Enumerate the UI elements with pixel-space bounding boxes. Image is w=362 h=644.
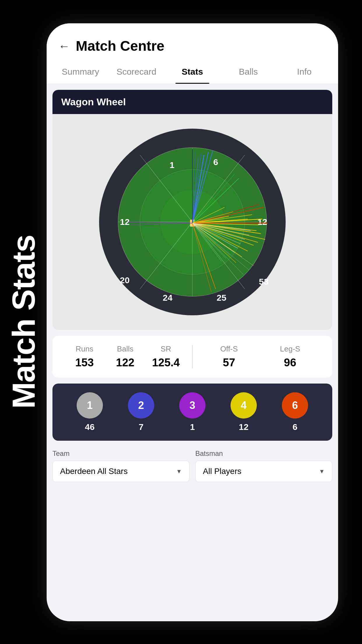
phone-frame: ← Match Centre Summary Scorecard Stats B… (47, 23, 338, 621)
stat-sr-value: 125.4 (145, 356, 186, 369)
batsman-dropdown-label: Batsman (195, 449, 332, 458)
run-balls-card: 1 46 2 7 3 1 4 12 (52, 384, 332, 441)
svg-text:25: 25 (217, 293, 226, 302)
stat-balls: Balls 122 (105, 344, 146, 369)
ball-2-circle: 2 (128, 392, 154, 419)
stat-leg-s-value: 96 (260, 356, 321, 369)
svg-text:53: 53 (259, 277, 268, 286)
wagon-wheel-card: Wagon Wheel (52, 90, 332, 330)
stat-off-s-value: 57 (198, 356, 260, 369)
svg-text:24: 24 (163, 293, 173, 302)
ball-2-count: 7 (139, 422, 144, 432)
wagon-wheel-svg: 1 6 12 12 20 53 24 25 (90, 120, 294, 324)
stats-divider (192, 345, 193, 368)
batsman-dropdown-group: Batsman All Players ▼ (195, 449, 332, 482)
stat-sr-label: SR (145, 344, 186, 354)
run-ball-2: 2 7 (128, 392, 154, 432)
stat-runs-value: 153 (64, 356, 105, 369)
stat-sr: SR 125.4 (145, 344, 186, 369)
stat-off-s: Off-S 57 (198, 344, 260, 369)
ball-3-count: 1 (190, 422, 195, 432)
ball-4-label: 4 (241, 399, 247, 412)
batsman-dropdown[interactable]: All Players ▼ (195, 461, 332, 482)
tab-bar: Summary Scorecard Stats Balls Info (47, 60, 338, 84)
run-ball-6: 6 6 (282, 392, 308, 432)
tab-info[interactable]: Info (276, 60, 332, 84)
back-button[interactable]: ← (58, 40, 70, 52)
ball-1-count: 46 (85, 422, 94, 432)
run-ball-1: 1 46 (77, 392, 103, 432)
tab-summary[interactable]: Summary (52, 60, 108, 84)
ball-3-circle: 3 (179, 392, 205, 419)
team-dropdown[interactable]: Aberdeen All Stars ▼ (52, 461, 189, 482)
stat-runs-label: Runs (64, 344, 105, 354)
stat-leg-s: Leg-S 96 (260, 344, 321, 369)
run-ball-3: 3 1 (179, 392, 205, 432)
ball-6-label: 6 (292, 399, 298, 412)
page-title: Match Centre (76, 38, 164, 54)
team-dropdown-value: Aberdeen All Stars (60, 467, 128, 476)
main-content: Wagon Wheel (47, 84, 338, 621)
stats-right-group: Off-S 57 Leg-S 96 (198, 344, 321, 369)
run-ball-4: 4 12 (231, 392, 257, 432)
stats-left-group: Runs 153 Balls 122 SR 125.4 (64, 344, 186, 369)
side-label-text: Match Stats (5, 235, 42, 409)
svg-text:1: 1 (170, 160, 175, 170)
ball-4-circle: 4 (231, 392, 257, 419)
svg-text:12: 12 (257, 217, 267, 227)
team-dropdown-group: Team Aberdeen All Stars ▼ (52, 449, 189, 482)
svg-text:12: 12 (120, 217, 129, 227)
ball-2-label: 2 (138, 399, 144, 412)
wagon-wheel-body: 1 6 12 12 20 53 24 25 (52, 114, 332, 330)
ball-6-count: 6 (293, 422, 298, 432)
ball-3-label: 3 (189, 399, 195, 412)
team-dropdown-label: Team (52, 449, 189, 458)
ball-1-circle: 1 (77, 392, 103, 419)
stat-off-s-label: Off-S (198, 344, 260, 354)
wagon-wheel-title: Wagon Wheel (61, 96, 126, 107)
stat-leg-s-label: Leg-S (260, 344, 321, 354)
svg-text:6: 6 (213, 157, 218, 167)
batsman-dropdown-value: All Players (203, 467, 241, 476)
svg-text:20: 20 (120, 275, 129, 285)
batsman-dropdown-arrow: ▼ (319, 468, 325, 475)
stat-balls-value: 122 (105, 356, 146, 369)
ball-1-label: 1 (87, 399, 93, 412)
wagon-wheel-header: Wagon Wheel (52, 90, 332, 114)
team-dropdown-arrow: ▼ (176, 468, 182, 475)
ball-4-count: 12 (239, 422, 248, 432)
stat-balls-label: Balls (105, 344, 146, 354)
stat-runs: Runs 153 (64, 344, 105, 369)
tab-balls[interactable]: Balls (220, 60, 276, 84)
side-label: Match Stats (0, 0, 47, 644)
tab-stats[interactable]: Stats (164, 60, 220, 84)
dropdowns-section: Team Aberdeen All Stars ▼ Batsman All Pl… (52, 447, 332, 488)
stats-card: Runs 153 Balls 122 SR 125.4 Off-S 57 (52, 336, 332, 378)
app-header: ← Match Centre (47, 23, 338, 60)
ball-6-circle: 6 (282, 392, 308, 419)
tab-scorecard[interactable]: Scorecard (108, 60, 164, 84)
